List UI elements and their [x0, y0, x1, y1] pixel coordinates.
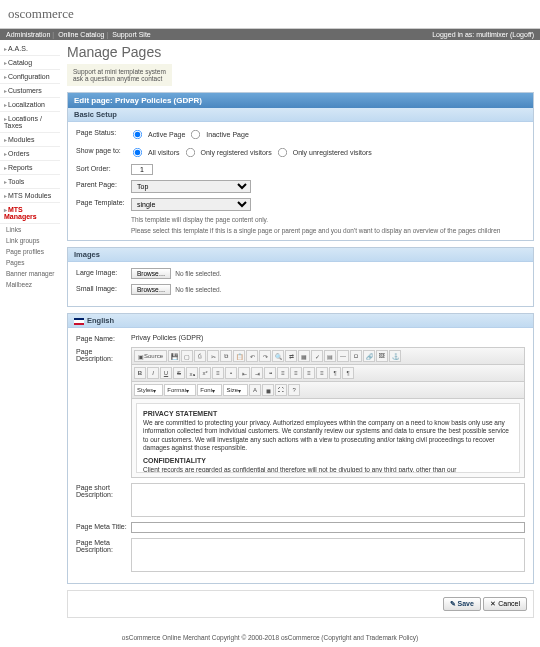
- sidebar-item: ▸Customers: [0, 84, 60, 98]
- bgcolor-icon[interactable]: ◼: [262, 384, 274, 396]
- actions: ✎ Save ✕ Cancel: [68, 591, 533, 617]
- paste-icon[interactable]: 📋: [233, 350, 245, 362]
- replace-icon[interactable]: ⇄: [285, 350, 297, 362]
- status-inactive[interactable]: [191, 130, 200, 139]
- align-center-icon[interactable]: ≡: [290, 367, 302, 379]
- undo-icon[interactable]: ↶: [246, 350, 258, 362]
- topbar: Administration| Online Catalog| Support …: [0, 29, 540, 40]
- sidebar-sub[interactable]: Link groups: [0, 235, 60, 246]
- images-panel: Images Large Image: Browse…No file selec…: [67, 247, 534, 307]
- italic-icon[interactable]: I: [147, 367, 159, 379]
- format-select[interactable]: Format ▾: [164, 384, 196, 396]
- save-icon[interactable]: 💾: [168, 350, 180, 362]
- ul-icon[interactable]: •: [225, 367, 237, 379]
- rich-editor: ▣ Source 💾 ▢ ⎙ ✂ ⧉ 📋 ↶ ↷ 🔍 ⇄: [131, 347, 525, 478]
- save-button[interactable]: ✎ Save: [443, 597, 481, 611]
- meta-desc-input[interactable]: [131, 538, 525, 572]
- status-active[interactable]: [133, 130, 142, 139]
- show-all[interactable]: [133, 148, 142, 157]
- print-icon[interactable]: ⎙: [194, 350, 206, 362]
- redo-icon[interactable]: ↷: [259, 350, 271, 362]
- outdent-icon[interactable]: ⇤: [238, 367, 250, 379]
- login-status[interactable]: Logged in as: multimixer (Logoff): [432, 31, 534, 38]
- english-header: English: [68, 314, 533, 328]
- logo: oscommerce: [8, 6, 74, 21]
- underline-icon[interactable]: U: [160, 367, 172, 379]
- footer: osCommerce Online Merchant Copyright © 2…: [0, 628, 540, 647]
- help-icon[interactable]: ?: [288, 384, 300, 396]
- meta-title-input[interactable]: [131, 522, 525, 533]
- sidebar-sub[interactable]: Page profiles: [0, 246, 60, 257]
- styles-select[interactable]: Styles ▾: [134, 384, 163, 396]
- content: Manage Pages Support at mini template sy…: [61, 40, 540, 628]
- cut-icon[interactable]: ✂: [207, 350, 219, 362]
- show-unreg[interactable]: [278, 148, 287, 157]
- copy-icon[interactable]: ⧉: [220, 350, 232, 362]
- page-title: Manage Pages: [67, 44, 534, 60]
- sidebar-item-active: ▸MTS Managers: [0, 203, 60, 224]
- rtl-icon[interactable]: ¶: [342, 367, 354, 379]
- sidebar-item: ▸Orders: [0, 147, 60, 161]
- sidebar-sub[interactable]: Mailbeez: [0, 279, 60, 290]
- align-justify-icon[interactable]: ≡: [316, 367, 328, 379]
- image-icon[interactable]: 🖼: [376, 350, 388, 362]
- anchor-icon[interactable]: ⚓: [389, 350, 401, 362]
- find-icon[interactable]: 🔍: [272, 350, 284, 362]
- short-desc-input[interactable]: [131, 483, 525, 517]
- edit-panel: Edit page: Privay Policies (GDPR) Basic …: [67, 92, 534, 241]
- sidebar-item: ▸Catalog: [0, 56, 60, 70]
- sidebar: ▸A.A.S. ▸Catalog ▸Configuration ▸Custome…: [0, 40, 60, 628]
- sort-order-input[interactable]: [131, 164, 153, 175]
- sub-icon[interactable]: x₂: [186, 367, 198, 379]
- new-icon[interactable]: ▢: [181, 350, 193, 362]
- cancel-button[interactable]: ✕ Cancel: [483, 597, 527, 611]
- nav-support[interactable]: Support Site: [112, 31, 151, 38]
- template-select[interactable]: single: [131, 198, 251, 211]
- panel-header: Edit page: Privay Policies (GDPR): [68, 93, 533, 108]
- browse-small[interactable]: Browse…: [131, 284, 171, 295]
- show-reg[interactable]: [185, 148, 194, 157]
- bold-icon[interactable]: B: [134, 367, 146, 379]
- font-select[interactable]: Font ▾: [197, 384, 222, 396]
- maximize-icon[interactable]: ⛶: [275, 384, 287, 396]
- link-icon[interactable]: 🔗: [363, 350, 375, 362]
- english-panel: English Page Name: Privay Policies (GDPR…: [67, 313, 534, 584]
- page-name-value: Privay Policies (GDPR): [131, 334, 203, 341]
- align-left-icon[interactable]: ≡: [277, 367, 289, 379]
- sidebar-item: ▸Modules: [0, 133, 60, 147]
- select-icon[interactable]: ▦: [298, 350, 310, 362]
- sup-icon[interactable]: x²: [199, 367, 211, 379]
- editor-toolbar: ▣ Source 💾 ▢ ⎙ ✂ ⧉ 📋 ↶ ↷ 🔍 ⇄: [132, 348, 524, 365]
- sidebar-sub[interactable]: Pages: [0, 257, 60, 268]
- size-select[interactable]: Size ▾: [223, 384, 248, 396]
- hr-icon[interactable]: —: [337, 350, 349, 362]
- nav-catalog[interactable]: Online Catalog: [58, 31, 104, 38]
- char-icon[interactable]: Ω: [350, 350, 362, 362]
- browse-large[interactable]: Browse…: [131, 268, 171, 279]
- support-note: Support at mini template systemask a que…: [67, 64, 172, 86]
- sidebar-sub[interactable]: Links: [0, 224, 60, 235]
- quote-icon[interactable]: ❝: [264, 367, 276, 379]
- basic-setup-header: Basic Setup: [68, 108, 533, 122]
- table-icon[interactable]: ▤: [324, 350, 336, 362]
- sidebar-item: ▸Configuration: [0, 70, 60, 84]
- source-btn[interactable]: ▣ Source: [134, 350, 167, 362]
- header: oscommerce: [0, 0, 540, 29]
- sidebar-item: ▸A.A.S.: [0, 42, 60, 56]
- ol-icon[interactable]: ≡: [212, 367, 224, 379]
- sidebar-item: ▸Tools: [0, 175, 60, 189]
- parent-select[interactable]: Top: [131, 180, 251, 193]
- sidebar-item: ▸Localization: [0, 98, 60, 112]
- nav-admin[interactable]: Administration: [6, 31, 50, 38]
- topnav: Administration| Online Catalog| Support …: [6, 31, 151, 38]
- sidebar-sub[interactable]: Banner manager: [0, 268, 60, 279]
- align-right-icon[interactable]: ≡: [303, 367, 315, 379]
- editor-content[interactable]: PRIVACY STATEMENT We are committed to pr…: [136, 403, 520, 473]
- indent-icon[interactable]: ⇥: [251, 367, 263, 379]
- strike-icon[interactable]: S: [173, 367, 185, 379]
- sidebar-item: ▸Reports: [0, 161, 60, 175]
- ltr-icon[interactable]: ¶: [329, 367, 341, 379]
- spell-icon[interactable]: ✓: [311, 350, 323, 362]
- textcolor-icon[interactable]: A: [249, 384, 261, 396]
- sidebar-item: ▸MTS Modules: [0, 189, 60, 203]
